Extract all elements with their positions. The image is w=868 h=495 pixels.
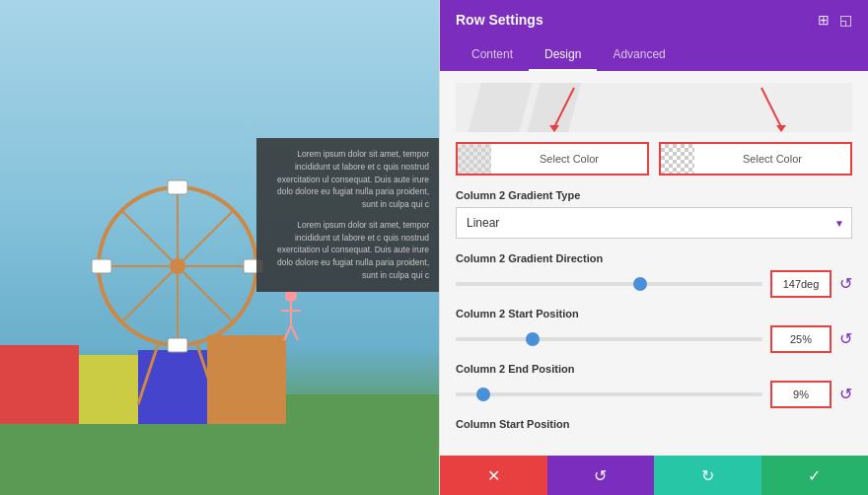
panel-tabs: Content Design Advanced xyxy=(440,39,868,71)
color-swatch-1 xyxy=(458,144,491,174)
svg-line-25 xyxy=(761,88,781,127)
svg-rect-3 xyxy=(79,355,138,424)
end-position-control: 9% ↺ xyxy=(456,381,852,408)
text-overlay-box: Lorem ipsum dolor sit amet, tempor incid… xyxy=(256,138,439,292)
gradient-direction-control: 147deg ↺ xyxy=(456,270,852,298)
start-position-value[interactable]: 25% xyxy=(770,325,832,353)
gradient-direction-fill xyxy=(456,282,640,286)
gradient-direction-row: 147deg ↺ xyxy=(456,270,852,298)
column-start-position-label: Column Start Position xyxy=(456,418,852,430)
start-position-thumb[interactable] xyxy=(526,332,540,346)
preview-area xyxy=(456,83,852,132)
start-position-control: 25% ↺ xyxy=(456,325,852,353)
gradient-direction-value[interactable]: 147deg xyxy=(770,270,832,298)
start-position-track[interactable] xyxy=(456,337,762,341)
left-canvas-panel: Lorem ipsum dolor sit amet, tempor incid… xyxy=(0,0,439,495)
confirm-button[interactable]: ✓ xyxy=(761,456,869,495)
gradient-type-select[interactable]: Linear Radial xyxy=(456,207,852,239)
cancel-icon: ✕ xyxy=(487,466,500,485)
end-position-reset[interactable]: ↺ xyxy=(839,387,852,402)
tab-content[interactable]: Content xyxy=(456,39,529,71)
panel-title: Row Settings xyxy=(456,12,543,28)
gradient-type-wrapper: Linear Radial ▼ xyxy=(456,207,852,239)
end-position-row: 9% ↺ xyxy=(456,381,852,408)
responsive-icon[interactable]: ⊞ xyxy=(818,12,830,28)
gradient-type-label: Column 2 Gradient Type xyxy=(456,189,852,201)
overlay-text-1: Lorem ipsum dolor sit amet, tempor incid… xyxy=(266,148,429,211)
panel-content-area: Select Color Select Color Column 2 Gradi… xyxy=(440,71,868,456)
color-pickers-row: Select Color Select Color xyxy=(456,142,852,176)
tab-advanced[interactable]: Advanced xyxy=(597,39,681,71)
panel-footer: ✕ ↺ ↻ ✓ xyxy=(440,456,868,495)
start-position-row: 25% ↺ xyxy=(456,325,852,353)
undo-button[interactable]: ↺ xyxy=(547,456,655,495)
end-position-track[interactable] xyxy=(456,392,762,396)
color-picker-2-label: Select Color xyxy=(694,153,850,165)
svg-rect-4 xyxy=(138,350,207,424)
svg-point-18 xyxy=(285,290,297,302)
start-position-label: Column 2 Start Position xyxy=(456,308,852,319)
end-position-value[interactable]: 9% xyxy=(770,381,832,408)
svg-rect-13 xyxy=(168,338,187,352)
svg-rect-2 xyxy=(0,345,79,424)
gradient-direction-reset[interactable]: ↺ xyxy=(839,276,852,292)
color-swatch-2 xyxy=(661,144,694,174)
overlay-text-2: Lorem ipsum dolor sit amet, tempor incid… xyxy=(266,219,429,282)
confirm-icon: ✓ xyxy=(808,466,821,485)
row-settings-panel: Row Settings ⊞ ◱ Content Design Advanced xyxy=(439,0,868,495)
svg-marker-24 xyxy=(549,125,559,132)
svg-line-23 xyxy=(554,88,574,127)
svg-marker-26 xyxy=(776,125,786,132)
gradient-direction-track[interactable] xyxy=(456,282,762,286)
tab-design[interactable]: Design xyxy=(529,39,597,71)
redo-button[interactable]: ↻ xyxy=(654,456,761,495)
svg-rect-12 xyxy=(168,180,187,194)
color-picker-1[interactable]: Select Color xyxy=(456,142,649,176)
panel-header: Row Settings ⊞ ◱ xyxy=(440,0,868,39)
undo-icon: ↺ xyxy=(594,466,607,485)
start-position-reset[interactable]: ↺ xyxy=(839,331,852,347)
gradient-direction-label: Column 2 Gradient Direction xyxy=(456,252,852,264)
svg-rect-5 xyxy=(207,335,286,424)
expand-icon[interactable]: ◱ xyxy=(839,12,852,28)
end-position-thumb[interactable] xyxy=(476,388,490,401)
svg-rect-14 xyxy=(92,259,111,273)
color-picker-2[interactable]: Select Color xyxy=(659,142,852,176)
redo-icon: ↻ xyxy=(701,466,714,485)
start-position-fill xyxy=(456,337,533,341)
arrow-svg xyxy=(456,83,852,132)
cancel-button[interactable]: ✕ xyxy=(440,456,547,495)
gradient-direction-thumb[interactable] xyxy=(633,277,647,291)
color-picker-1-label: Select Color xyxy=(491,153,647,165)
header-icons: ⊞ ◱ xyxy=(818,12,852,28)
end-position-label: Column 2 End Position xyxy=(456,363,852,375)
